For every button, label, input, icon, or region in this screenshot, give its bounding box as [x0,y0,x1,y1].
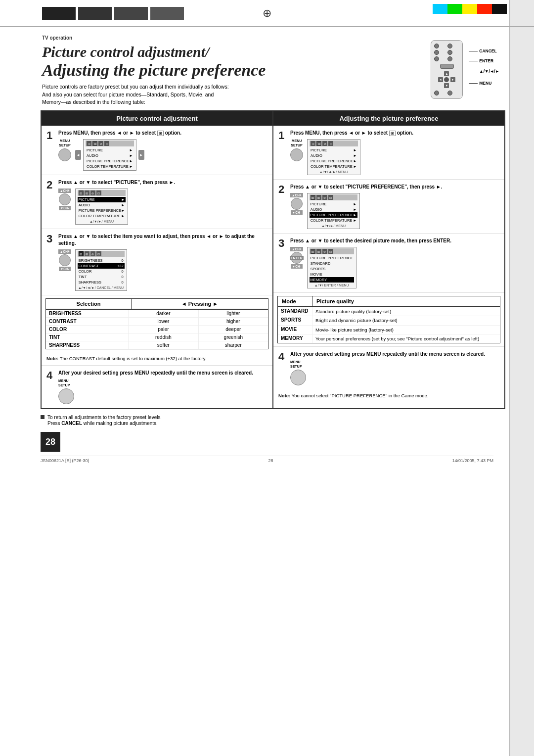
step1-right-text: Press MENU, then press ◄ or ► to select … [290,130,499,137]
step3-right: 3 Press ▲ or ▼ to select the desired pic… [273,234,504,293]
selection-row-tint: TINT reddish greenish [46,333,268,341]
bottom-bullet-text: To return all adjustments to the factory… [47,415,160,420]
mode-row-memory: MEMORY Your personal preferences (set by… [278,334,500,343]
step1-num: 1 [46,130,55,142]
footer: JSN00621A [E] (P26-30) 28 14/01/2005, 7:… [41,456,493,463]
step4-left: 4 After your desired setting press MENU … [42,366,272,408]
selection-col2-header: ◄ Pressing ► [132,299,268,309]
left-col-header: Picture control adjustment [42,111,272,126]
enter-label: ENTER [479,56,493,66]
step2-right-num: 2 [278,184,287,195]
bottom-section: To return all adjustments to the factory… [41,414,493,426]
step1-text: Press MENU, then press ◄ or ► to select … [58,130,267,137]
selection-row-color: COLOR paler deeper [46,326,268,333]
step2-text: Press ▲ or ▼ to select "PICTURE", then p… [58,179,267,186]
main-content: Picture control adjustment 1 Press MENU,… [41,110,505,409]
page-description: Picture controls are factory preset but … [42,83,309,106]
cancel-label: CANCEL [479,46,496,56]
selection-row-sharpness: SHARPNESS softer sharper [46,341,268,349]
step4-right-text: After your desired setting press MENU re… [290,351,499,358]
section-label: TV operation [42,35,410,41]
step3-text: Press ▲ or ▼ to select the item you want… [58,233,267,247]
mode-row-sports: SPORTS Bright and dynamic picture (facto… [278,316,500,325]
left-column: Picture control adjustment 1 Press MENU,… [42,111,273,408]
step1-right: 1 Press MENU, then press ◄ or ► to selec… [273,126,504,180]
page-title-line1: Picture control adjustment/ [42,44,410,61]
left-note: Note: The CONTRAST default setting is se… [42,352,272,366]
mode-table: Mode Picture quality STANDARD Standard p… [277,296,500,343]
mode-col2-header: Picture quality [312,296,500,306]
mode-row-movie: MOVIE Movie-like picture setting (factor… [278,326,500,334]
right-col-header: Adjusting the picture preference [273,111,504,126]
right-note: Note: You cannot select "PICTURE PREFERE… [273,389,504,402]
step3-right-num: 3 [278,237,287,249]
step2-num: 2 [46,179,55,191]
footer-left: JSN00621A [E] (P26-30) [41,458,89,463]
step2-left: 2 Press ▲ or ▼ to select "PICTURE", then… [42,175,272,229]
step4-num: 4 [46,370,55,381]
page-number-box: 28 [41,432,60,452]
mode-col1-header: Mode [278,296,312,306]
footer-right: 14/01/2005, 7:43 PM [452,458,493,463]
selection-row-brightness: BRIGHTNESS darker lighter [46,310,268,318]
selection-table: Selection ◄ Pressing ► BRIGHTNESS darker… [45,298,268,349]
step3-left: 3 Press ▲ or ▼ to select the item you wa… [42,229,272,295]
selection-row-contrast: CONTRAST lower higher [46,318,268,326]
menu-label: MENU [479,78,491,88]
nav-label: ▲/▼/◄/► [479,66,499,76]
remote-illustration: ▲ ◄ ► ▼ CANCEL ENTER ▲/▼/◄/► [420,40,499,106]
step2-right: 2 Press ▲ or ▼ to select "PICTURE PREFER… [273,180,504,234]
step1-right-num: 1 [278,130,287,142]
step4-text: After your desired setting press MENU re… [58,370,267,377]
bottom-sub-text: Press CANCEL while making picture adjust… [47,421,158,426]
footer-center: 28 [268,458,273,463]
mode-row-standard: STANDARD Standard picture quality (facto… [278,307,500,316]
step3-num: 3 [46,233,55,245]
step4-right-num: 4 [278,351,287,363]
step4-right: 4 After your desired setting press MENU … [273,346,504,389]
step3-right-text: Press ▲ or ▼ to select the desired pictu… [290,237,499,244]
right-column: Adjusting the picture preference 1 Press… [273,111,504,408]
page-title-line2: Adjusting the picture preference [42,61,410,79]
step1-left: 1 Press MENU, then press ◄ or ► to selec… [42,126,272,175]
selection-col1-header: Selection [46,299,132,309]
step2-right-text: Press ▲ or ▼ to select "PICTURE PREFEREN… [290,184,499,190]
